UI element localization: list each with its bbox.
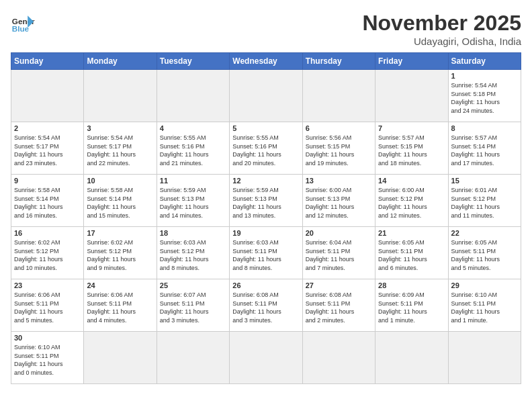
calendar-cell [375, 332, 448, 384]
day-number: 24 [87, 281, 153, 289]
calendar-cell [157, 332, 229, 384]
day-number: 6 [306, 124, 372, 132]
calendar-cell: 7Sunrise: 5:57 AM Sunset: 5:15 PM Daylig… [375, 122, 448, 175]
calendar-cell: 20Sunrise: 6:04 AM Sunset: 5:11 PM Dayli… [302, 227, 375, 279]
calendar-cell [84, 70, 157, 122]
day-number: 12 [232, 177, 299, 185]
day-info: Sunrise: 5:54 AM Sunset: 5:18 PM Dayligh… [451, 81, 518, 115]
calendar-cell: 27Sunrise: 6:08 AM Sunset: 5:11 PM Dayli… [302, 279, 375, 332]
day-number: 28 [378, 281, 445, 289]
day-info: Sunrise: 5:57 AM Sunset: 5:15 PM Dayligh… [378, 134, 445, 167]
day-number: 5 [232, 124, 299, 132]
day-number: 20 [306, 229, 372, 237]
day-info: Sunrise: 6:00 AM Sunset: 5:13 PM Dayligh… [306, 186, 372, 220]
day-info: Sunrise: 6:10 AM Sunset: 5:11 PM Dayligh… [14, 343, 81, 377]
day-number: 25 [160, 281, 226, 289]
day-number: 30 [14, 334, 81, 342]
calendar-cell: 30Sunrise: 6:10 AM Sunset: 5:11 PM Dayli… [11, 332, 84, 384]
svg-text:Blue: Blue [12, 24, 30, 33]
calendar-week-2: 9Sunrise: 5:58 AM Sunset: 5:14 PM Daylig… [11, 175, 521, 227]
calendar-cell [230, 332, 302, 384]
day-number: 7 [378, 124, 445, 132]
calendar-table: SundayMondayTuesdayWednesdayThursdayFrid… [11, 52, 521, 384]
day-number: 17 [87, 229, 153, 237]
calendar-cell [448, 332, 521, 384]
calendar-week-5: 30Sunrise: 6:10 AM Sunset: 5:11 PM Dayli… [11, 332, 521, 384]
calendar-cell: 14Sunrise: 6:00 AM Sunset: 5:12 PM Dayli… [375, 175, 448, 227]
day-header-saturday: Saturday [448, 53, 521, 70]
day-number: 19 [232, 229, 299, 237]
calendar-cell: 18Sunrise: 6:03 AM Sunset: 5:12 PM Dayli… [157, 227, 229, 279]
day-header-tuesday: Tuesday [157, 53, 229, 70]
day-number: 26 [232, 281, 299, 289]
day-info: Sunrise: 5:58 AM Sunset: 5:14 PM Dayligh… [14, 186, 81, 220]
day-number: 27 [306, 281, 372, 289]
calendar-week-3: 16Sunrise: 6:02 AM Sunset: 5:12 PM Dayli… [11, 227, 521, 279]
day-info: Sunrise: 6:08 AM Sunset: 5:11 PM Dayligh… [306, 291, 372, 324]
calendar-week-1: 2Sunrise: 5:54 AM Sunset: 5:17 PM Daylig… [11, 122, 521, 175]
calendar-cell [157, 70, 229, 122]
day-info: Sunrise: 6:05 AM Sunset: 5:11 PM Dayligh… [451, 238, 518, 272]
calendar-cell: 29Sunrise: 6:10 AM Sunset: 5:11 PM Dayli… [448, 279, 521, 332]
day-info: Sunrise: 5:58 AM Sunset: 5:14 PM Dayligh… [87, 186, 153, 220]
day-number: 4 [160, 124, 226, 132]
calendar-cell [375, 70, 448, 122]
day-header-sunday: Sunday [11, 53, 84, 70]
calendar-cell [84, 332, 157, 384]
day-number: 15 [451, 177, 518, 185]
calendar-cell: 25Sunrise: 6:07 AM Sunset: 5:11 PM Dayli… [157, 279, 229, 332]
page-header: General Blue November 2025 Udayagiri, Od… [11, 11, 521, 47]
month-title: November 2025 [362, 11, 521, 36]
calendar-week-0: 1Sunrise: 5:54 AM Sunset: 5:18 PM Daylig… [11, 70, 521, 122]
calendar-cell: 5Sunrise: 5:55 AM Sunset: 5:16 PM Daylig… [230, 122, 302, 175]
day-info: Sunrise: 6:01 AM Sunset: 5:12 PM Dayligh… [451, 186, 518, 220]
day-header-monday: Monday [84, 53, 157, 70]
calendar-cell [11, 70, 84, 122]
calendar-cell: 8Sunrise: 5:57 AM Sunset: 5:14 PM Daylig… [448, 122, 521, 175]
calendar-cell: 13Sunrise: 6:00 AM Sunset: 5:13 PM Dayli… [302, 175, 375, 227]
day-info: Sunrise: 6:03 AM Sunset: 5:12 PM Dayligh… [160, 238, 226, 272]
day-info: Sunrise: 6:04 AM Sunset: 5:11 PM Dayligh… [306, 238, 372, 272]
calendar-cell: 4Sunrise: 5:55 AM Sunset: 5:16 PM Daylig… [157, 122, 229, 175]
calendar-cell: 28Sunrise: 6:09 AM Sunset: 5:11 PM Dayli… [375, 279, 448, 332]
calendar-cell: 9Sunrise: 5:58 AM Sunset: 5:14 PM Daylig… [11, 175, 84, 227]
day-info: Sunrise: 5:55 AM Sunset: 5:16 PM Dayligh… [160, 134, 226, 167]
calendar-cell: 15Sunrise: 6:01 AM Sunset: 5:12 PM Dayli… [448, 175, 521, 227]
day-info: Sunrise: 5:54 AM Sunset: 5:17 PM Dayligh… [87, 134, 153, 167]
calendar-cell: 6Sunrise: 5:56 AM Sunset: 5:15 PM Daylig… [302, 122, 375, 175]
day-info: Sunrise: 6:06 AM Sunset: 5:11 PM Dayligh… [87, 291, 153, 324]
calendar-cell: 22Sunrise: 6:05 AM Sunset: 5:11 PM Dayli… [448, 227, 521, 279]
day-info: Sunrise: 5:56 AM Sunset: 5:15 PM Dayligh… [306, 134, 372, 167]
calendar-cell [302, 332, 375, 384]
day-info: Sunrise: 6:09 AM Sunset: 5:11 PM Dayligh… [378, 291, 445, 324]
day-number: 10 [87, 177, 153, 185]
day-info: Sunrise: 6:05 AM Sunset: 5:11 PM Dayligh… [378, 238, 445, 272]
day-info: Sunrise: 6:00 AM Sunset: 5:12 PM Dayligh… [378, 186, 445, 220]
day-info: Sunrise: 5:57 AM Sunset: 5:14 PM Dayligh… [451, 134, 518, 167]
logo-icon: General Blue [11, 11, 35, 35]
day-info: Sunrise: 5:59 AM Sunset: 5:13 PM Dayligh… [160, 186, 226, 220]
calendar-cell: 2Sunrise: 5:54 AM Sunset: 5:17 PM Daylig… [11, 122, 84, 175]
day-number: 2 [14, 124, 81, 132]
day-number: 8 [451, 124, 518, 132]
calendar-cell: 21Sunrise: 6:05 AM Sunset: 5:11 PM Dayli… [375, 227, 448, 279]
day-header-wednesday: Wednesday [230, 53, 302, 70]
day-number: 23 [14, 281, 81, 289]
calendar-cell: 16Sunrise: 6:02 AM Sunset: 5:12 PM Dayli… [11, 227, 84, 279]
calendar-header-row: SundayMondayTuesdayWednesdayThursdayFrid… [11, 53, 521, 70]
calendar-cell: 26Sunrise: 6:08 AM Sunset: 5:11 PM Dayli… [230, 279, 302, 332]
calendar-cell: 12Sunrise: 5:59 AM Sunset: 5:13 PM Dayli… [230, 175, 302, 227]
day-number: 3 [87, 124, 153, 132]
day-info: Sunrise: 5:59 AM Sunset: 5:13 PM Dayligh… [232, 186, 299, 220]
location-subtitle: Udayagiri, Odisha, India [362, 36, 521, 47]
calendar-cell: 24Sunrise: 6:06 AM Sunset: 5:11 PM Dayli… [84, 279, 157, 332]
title-block: November 2025 Udayagiri, Odisha, India [362, 11, 521, 47]
day-number: 13 [306, 177, 372, 185]
day-info: Sunrise: 6:10 AM Sunset: 5:11 PM Dayligh… [451, 291, 518, 324]
day-number: 18 [160, 229, 226, 237]
day-number: 21 [378, 229, 445, 237]
calendar-cell: 11Sunrise: 5:59 AM Sunset: 5:13 PM Dayli… [157, 175, 229, 227]
calendar-cell [302, 70, 375, 122]
day-info: Sunrise: 6:06 AM Sunset: 5:11 PM Dayligh… [14, 291, 81, 324]
calendar-cell: 1Sunrise: 5:54 AM Sunset: 5:18 PM Daylig… [448, 70, 521, 122]
